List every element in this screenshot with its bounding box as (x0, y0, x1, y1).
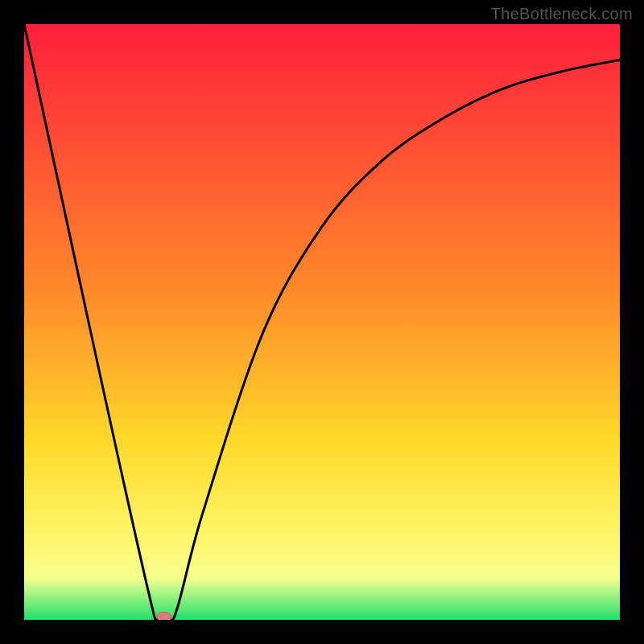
chart-background (24, 24, 620, 620)
chart-frame: TheBottleneck.com (0, 0, 644, 644)
bottleneck-chart (24, 24, 620, 620)
minimum-marker (157, 612, 171, 620)
attribution-label: TheBottleneck.com (491, 5, 633, 23)
